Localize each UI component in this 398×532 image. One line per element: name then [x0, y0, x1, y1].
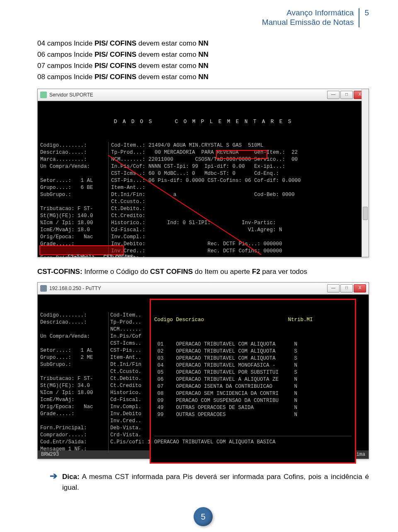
left-panel: Codigo........: Descricao.....: Marca...… — [40, 142, 109, 257]
screenshot-1: Servidor SUPORTE — □ X D A D O S C O M P… — [37, 89, 369, 257]
header-subtitle: Manual Emissão de Notas — [262, 18, 354, 27]
app-icon — [40, 92, 47, 98]
terminal-1: D A D O S C O M P L E M E N T A R E S Co… — [38, 101, 369, 257]
text: devem estar como — [136, 62, 198, 70]
titlebar-2: 192.168.0.250 - PuTTY — □ X — [38, 283, 369, 295]
right-panel: Cod-Item..: 21494/0 AGUA MIN.CRYSTAL S G… — [109, 142, 366, 257]
text-bold: F2 — [252, 268, 260, 276]
text-bold: PIS/ COFINS — [95, 73, 136, 81]
text: 04 campos Incide — [37, 39, 95, 47]
text-bold: PIS/ COFINS — [95, 51, 136, 58]
mid-panel: Cod-Item.. Tp-Prod... NCM....... In.Pis/… — [109, 312, 152, 453]
window-title: 192.168.0.250 - PuTTY — [49, 285, 327, 291]
minimize-button[interactable]: — — [327, 91, 340, 99]
text-bold: NN — [198, 39, 209, 47]
bullet-line-2: 06 campos Incide PIS/ COFINS devem estar… — [37, 49, 369, 60]
scrollbar[interactable] — [362, 89, 369, 257]
window-buttons: — □ X — [327, 284, 366, 293]
scrollbar-thumb[interactable] — [363, 207, 368, 220]
text-bold: NN — [198, 51, 209, 58]
text-bold: PIS/ COFINS — [95, 62, 136, 70]
cst-cofins-note: CST-COFINS: Informe o Código do CST COFI… — [37, 268, 369, 276]
header-text-block: Avanço Informática Manual Emissão de Not… — [262, 8, 360, 27]
text-bold: PIS/ COFINS — [95, 39, 136, 47]
text: do Item ou aperte — [193, 268, 252, 276]
text-bold: NN — [198, 73, 209, 81]
text-bold: CST COFINS — [150, 268, 193, 276]
terminal-2: Codigo........: Descricao.....: Un Compr… — [38, 295, 369, 450]
document-page: Avanço Informática Manual Emissão de Not… — [0, 0, 398, 532]
titlebar-1: Servidor SUPORTE — □ X — [38, 89, 369, 101]
bullet-list: 04 campos Incide PIS/ COFINS devem estar… — [37, 38, 369, 83]
page-number-circle: 5 — [194, 507, 213, 526]
text: devem estar como — [136, 39, 198, 47]
popup-footer: OPERACAO TRIBUTAVEL COM ALIQUOTA BASICA — [154, 436, 352, 446]
text-bold: NN — [198, 62, 209, 70]
window-title: Servidor SUPORTE — [49, 92, 327, 98]
minimize-button[interactable]: — — [327, 284, 340, 293]
text: 08 campos Incide — [37, 73, 95, 81]
left-panel: Codigo........: Descricao.....: Un Compr… — [40, 312, 109, 453]
maximize-button[interactable]: □ — [340, 91, 353, 99]
note-prefix: CST-COFINS: — [37, 268, 83, 276]
cst-cofins-popup[interactable]: Codigo Descricao Ntrib.MI 01 OPERACAO TR… — [150, 299, 356, 464]
text: devem estar como — [136, 73, 198, 81]
header-page-number: 5 — [359, 8, 369, 17]
text: Informe o Código do — [83, 268, 150, 276]
bullet-line-3: 07 campos Incide PIS/ COFINS devem estar… — [37, 60, 369, 71]
window-buttons: — □ X — [327, 91, 366, 99]
bullet-line-4: 08 campos Incide PIS/ COFINS devem estar… — [37, 71, 369, 82]
app-icon — [40, 285, 47, 292]
text: para ver todos — [260, 268, 307, 276]
close-button[interactable]: X — [354, 284, 366, 293]
terminal-header: D A D O S C O M P L E M E N T A R E S — [40, 118, 366, 126]
header-company: Avanço Informática — [262, 8, 354, 18]
bullet-line-1: 04 campos Incide PIS/ COFINS devem estar… — [37, 38, 369, 49]
maximize-button[interactable]: □ — [340, 284, 353, 293]
text: 06 campos Incide — [37, 51, 95, 58]
screenshot-2: 192.168.0.250 - PuTTY — □ X Codigo......… — [37, 282, 369, 459]
text: devem estar como — [136, 51, 198, 58]
page-header: Avanço Informática Manual Emissão de Not… — [37, 8, 369, 27]
text: 07 campos Incide — [37, 62, 95, 70]
popup-header: Codigo Descricao Ntrib.MI — [154, 317, 352, 324]
popup-rows[interactable]: 01 OPERACAO TRIBUTAVEL COM ALIQUOTA N 02… — [154, 341, 352, 418]
